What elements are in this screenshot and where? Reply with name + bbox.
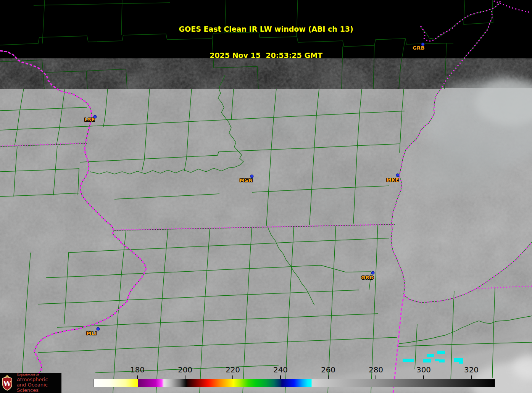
- station-label-LSE: LSE: [84, 117, 95, 122]
- colorbar-tick-mark: [328, 375, 329, 379]
- temperature-colorbar: [93, 379, 495, 387]
- logo-name-line2: and Oceanic Sciences: [17, 382, 61, 393]
- station-marker-MKE: [397, 174, 399, 177]
- colorbar-tick-label: 300: [416, 366, 431, 374]
- satellite-imagery-layer: [0, 78, 532, 393]
- colorbar-tick-label: 240: [273, 366, 288, 374]
- colorbar-tick-label: 180: [130, 366, 145, 374]
- station-marker-ORD: [372, 272, 374, 274]
- colorbar-tick-mark: [232, 375, 233, 379]
- colorbar-tick-label: 260: [321, 366, 335, 374]
- colorbar-tick-mark: [280, 375, 281, 379]
- colorbar-tick-label: 200: [178, 366, 192, 374]
- colorbar-tick-mark: [137, 375, 138, 379]
- station-marker-MLI: [97, 328, 100, 330]
- title-line1: GOES East Clean IR LW window (ABI ch 13): [0, 25, 532, 34]
- satellite-map-canvas: GOES East Clean IR LW window (ABI ch 13)…: [0, 0, 532, 393]
- station-label-ORD: ORD: [361, 275, 374, 280]
- station-marker-LSE: [94, 116, 97, 118]
- station-label-MKE: MKE: [386, 177, 399, 183]
- station-marker-MSN: [251, 175, 253, 178]
- uw-crest-icon: W: [0, 374, 15, 393]
- image-title: GOES East Clean IR LW window (ABI ch 13)…: [0, 7, 532, 69]
- station-label-MLI: MLI: [86, 330, 97, 336]
- crest-monogram: W: [3, 380, 11, 388]
- colorbar-tick-label: 320: [464, 366, 479, 374]
- uw-aos-logo: W Department of Atmospheric and Oceanic …: [0, 373, 61, 393]
- colorbar-tick-mark: [185, 375, 185, 379]
- colorbar-tick-label: 280: [369, 366, 383, 374]
- title-line2: 2025 Nov 15 20:53:25 GMT: [0, 51, 532, 60]
- logo-name-line1: Atmospheric: [17, 377, 61, 382]
- station-label-MSN: MSN: [240, 177, 253, 183]
- colorbar-tick-mark: [423, 375, 424, 379]
- colorbar-tick-mark: [376, 375, 376, 379]
- colorbar-tick-label: 220: [226, 366, 240, 374]
- colorbar-tick-mark: [471, 375, 472, 379]
